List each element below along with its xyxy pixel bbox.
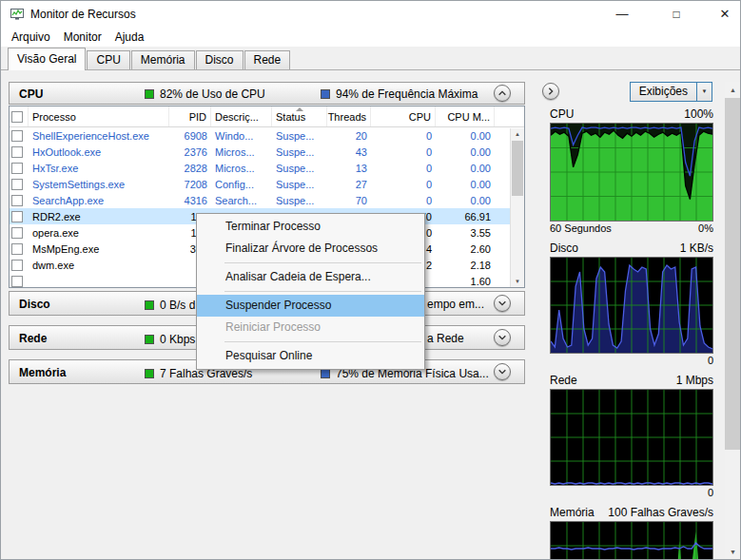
expand-rede-button[interactable] — [494, 329, 511, 346]
scroll-down-icon[interactable]: ▼ — [511, 276, 524, 287]
disco-section-title: Disco — [19, 298, 50, 311]
graph-title: CPU — [550, 106, 574, 123]
scroll-down-icon[interactable]: ▼ — [725, 544, 741, 560]
graph-cpu: CPU100%60 Segundos0% — [550, 106, 713, 235]
select-all-cell — [10, 106, 29, 126]
scroll-up-icon[interactable]: ▲ — [511, 128, 524, 140]
column-header-threads[interactable]: Threads — [327, 106, 371, 126]
process-row-searchapp-exe[interactable]: SearchApp.exe4316Search...Suspe...7000.0… — [10, 192, 524, 208]
row-checkbox[interactable] — [11, 195, 23, 206]
process-row-hxoutlook-exe[interactable]: HxOutlook.exe2376Micros...Suspe...4300.0… — [10, 144, 524, 160]
rede-io-label: 0 Kbps — [160, 333, 195, 346]
graph-canvas — [550, 389, 713, 486]
views-button-label: Exibições — [631, 83, 696, 101]
cpu-frequency-legend: 94% de Frequência Máxima — [321, 87, 478, 101]
blue-swatch-icon — [321, 369, 330, 378]
graph-canvas — [550, 123, 713, 222]
context-item-analisar-cadeia-de-espera[interactable]: Analisar Cadeia de Espera... — [197, 266, 424, 288]
window-title: Monitor de Recursos — [30, 8, 136, 21]
tab-cpu[interactable]: CPU — [87, 50, 129, 69]
disco-right-label: empo em... — [427, 298, 484, 311]
rede-section-title: Rede — [19, 332, 47, 345]
process-row-shellexperiencehost-exe[interactable]: ShellExperienceHost.exe6908Windo...Suspe… — [10, 127, 524, 144]
views-button[interactable]: Exibições ▼ — [630, 82, 712, 102]
column-header-pid[interactable]: PID — [169, 106, 211, 126]
title-bar: Monitor de Recursos — □ ✕ — [1, 1, 740, 28]
column-header-cpu-m[interactable]: CPU M... — [436, 106, 495, 126]
graph-max-label: 100% — [684, 106, 713, 123]
views-dropdown-arrow-icon[interactable]: ▼ — [696, 83, 712, 101]
row-checkbox[interactable] — [11, 130, 23, 142]
row-checkbox[interactable] — [11, 163, 23, 174]
disco-legend: 0 B/s d — [145, 299, 195, 312]
green-swatch-icon — [145, 369, 154, 378]
column-header-descric[interactable]: Descriç... — [211, 106, 272, 126]
memoria-section-title: Memória — [19, 366, 66, 379]
graph-min-label: 0% — [698, 222, 713, 235]
menubar-ajuda[interactable]: Ajuda — [108, 28, 151, 47]
rede-right-label: a Rede — [427, 332, 464, 345]
cpu-usage-label: 82% de Uso de CPU — [160, 87, 265, 101]
panel-scrollbar[interactable]: ▲ ▼ — [725, 82, 741, 560]
row-checkbox[interactable] — [11, 146, 23, 158]
graph-title: Rede — [550, 373, 577, 389]
blue-swatch-icon — [321, 89, 330, 99]
menu-separator — [224, 341, 421, 342]
graphs-panel-toolbar: Exibições ▼ — [536, 82, 719, 103]
collapse-graphs-button[interactable] — [542, 83, 559, 100]
chevron-right-icon — [546, 87, 556, 96]
context-item-suspender-processo[interactable]: Suspender Processo — [197, 295, 424, 317]
row-checkbox[interactable] — [11, 227, 23, 239]
process-row-systemsettings-exe[interactable]: SystemSettings.exe7208Config...Suspe...2… — [10, 176, 524, 192]
row-checkbox[interactable] — [11, 211, 23, 222]
row-checkbox[interactable] — [11, 179, 23, 190]
cpu-usage-legend: 82% de Uso de CPU — [145, 87, 265, 101]
expand-disco-button[interactable] — [494, 295, 511, 312]
column-header-status[interactable]: Status — [272, 106, 327, 126]
tab-disco[interactable]: Disco — [196, 50, 244, 69]
close-button[interactable]: ✕ — [710, 1, 740, 28]
table-scrollbar[interactable]: ▲ ▼ — [510, 128, 524, 287]
select-all-checkbox[interactable] — [11, 111, 23, 123]
chevron-up-icon — [497, 88, 507, 98]
graph-memoria: Memória100 Falhas Graves/s — [550, 505, 713, 560]
rede-legend: 0 Kbps — [145, 333, 195, 346]
menubar-monitor[interactable]: Monitor — [57, 28, 108, 47]
cpu-section-header[interactable]: CPU 82% de Uso de CPU 94% de Frequência … — [9, 82, 525, 105]
chevron-down-icon — [497, 299, 507, 308]
graph-min-label: 0 — [708, 354, 713, 367]
column-header-cpu[interactable]: CPU — [371, 106, 436, 126]
maximize-button[interactable]: □ — [661, 1, 692, 28]
graph-time-label: 60 Segundos — [550, 222, 612, 235]
row-checkbox[interactable] — [11, 260, 23, 271]
context-item-terminar-processo[interactable]: Terminar Processo — [197, 216, 424, 238]
process-row-hxtsr-exe[interactable]: HxTsr.exe2828Micros...Suspe...1300.00 — [10, 160, 524, 176]
context-item-finalizar-arvore-de-processos[interactable]: Finalizar Árvore de Processos — [197, 238, 424, 260]
graph-min-label: 0 — [708, 486, 713, 499]
process-table-header: ProcessoPIDDescriç...StatusThreadsCPUCPU… — [10, 106, 524, 127]
menu-separator — [224, 291, 421, 292]
chevron-down-icon — [497, 367, 507, 377]
graph-max-label: 1 KB/s — [680, 241, 713, 257]
context-menu: Terminar ProcessoFinalizar Árvore de Pro… — [196, 213, 425, 370]
expand-memoria-button[interactable] — [494, 363, 511, 380]
green-swatch-icon — [145, 335, 154, 344]
table-scrollbar-thumb[interactable] — [512, 141, 523, 196]
tab-rede[interactable]: Rede — [244, 50, 291, 69]
panel-scrollbar-thumb[interactable] — [725, 98, 741, 450]
graph-title: Memória — [550, 505, 595, 521]
context-item-pesquisar-online[interactable]: Pesquisar Online — [197, 345, 424, 367]
tab-visao-geral[interactable]: Visão Geral — [8, 48, 86, 70]
menubar-arquivo[interactable]: Arquivo — [5, 28, 57, 47]
sort-indicator-icon — [296, 107, 303, 111]
collapse-cpu-button[interactable] — [494, 85, 511, 102]
row-checkbox[interactable] — [11, 243, 23, 255]
scroll-up-icon[interactable]: ▲ — [725, 82, 741, 98]
row-checkbox[interactable] — [11, 276, 23, 287]
tab-memoria[interactable]: Memória — [131, 50, 195, 69]
minimize-button[interactable]: — — [607, 1, 637, 28]
tab-bar: Visão GeralCPUMemóriaDiscoRede — [1, 47, 740, 70]
graph-canvas — [550, 257, 713, 354]
column-header-processo[interactable]: Processo — [29, 106, 169, 126]
cpu-section-title: CPU — [19, 87, 43, 101]
